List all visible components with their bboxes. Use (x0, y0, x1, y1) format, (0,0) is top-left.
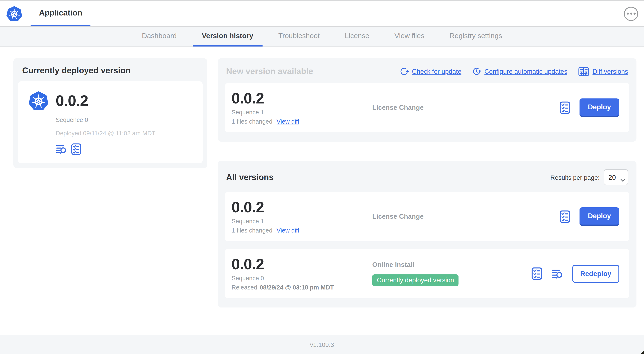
refresh-icon (400, 67, 409, 76)
right-column: New version available Check for update (218, 58, 636, 307)
footer: v1.109.3 (0, 335, 644, 354)
view-diff-link[interactable]: View diff (276, 227, 300, 234)
all-versions-title: All versions (226, 172, 274, 182)
masthead: Application (0, 1, 644, 26)
ellipsis-icon (626, 13, 636, 15)
version-number: 0.0.2 (232, 199, 372, 215)
brand: Application (6, 1, 91, 26)
deploy-button[interactable]: Deploy (580, 99, 619, 117)
preflight-checklist-icon[interactable] (531, 267, 542, 280)
new-version-title: New version available (226, 67, 313, 76)
version-row: 0.0.2 Sequence 1 1 files changed View di… (225, 192, 629, 241)
current-version-tile: 0.0.2 Sequence 0 Deployed 09/11/24 @ 11:… (18, 81, 203, 163)
all-versions-card: All versions Results per page: 20 (218, 161, 636, 307)
currently-deployed-title: Currently deployed version (22, 66, 198, 75)
preflight-checklist-icon[interactable] (71, 143, 81, 155)
source-label: License Change (372, 213, 560, 220)
results-per-page-label: Results per page: (550, 174, 600, 181)
new-version-card: New version available Check for update (218, 58, 636, 142)
configure-automatic-updates-link[interactable]: Configure automatic updates (472, 67, 567, 76)
new-version-row: 0.0.2 Sequence 1 1 files changed View di… (225, 83, 629, 132)
tab-view-files[interactable]: View files (385, 27, 434, 47)
logs-icon[interactable] (56, 144, 67, 154)
preflight-checklist-icon[interactable] (560, 210, 570, 223)
sequence-label: Sequence 1 (232, 218, 372, 225)
diff-versions-link[interactable]: Diff versions (578, 67, 628, 76)
main-content: Currently deployed version (0, 47, 644, 307)
logs-icon[interactable] (551, 268, 563, 279)
main-nav: Dashboard Version history Troubleshoot L… (0, 26, 644, 47)
app-title-tab[interactable]: Application (30, 1, 91, 26)
current-sequence-label: Sequence 0 (56, 117, 192, 123)
released-label: Released (232, 284, 257, 291)
kubernetes-logo-icon (28, 91, 49, 111)
tab-version-history[interactable]: Version history (192, 27, 262, 47)
current-version-number: 0.0.2 (56, 92, 88, 110)
version-row: 0.0.2 Sequence 0 Released 08/29/24 @ 03:… (225, 249, 629, 298)
redeploy-button[interactable]: Redeploy (572, 264, 619, 282)
status-badge: Currently deployed version (372, 274, 459, 286)
tab-license[interactable]: License (336, 27, 378, 47)
diff-icon (578, 67, 589, 76)
view-diff-link[interactable]: View diff (276, 118, 300, 125)
tab-troubleshoot[interactable]: Troubleshoot (269, 27, 329, 47)
source-label: Online Install (372, 261, 531, 268)
version-number: 0.0.2 (232, 256, 372, 272)
files-changed-label: 1 files changed (232, 118, 272, 125)
admin-console-page: Application Dashboard Version history Tr… (0, 0, 644, 354)
overflow-menu-button[interactable] (624, 7, 638, 21)
version-number: 0.0.2 (232, 91, 372, 106)
clock-refresh-icon (472, 67, 481, 76)
sequence-label: Sequence 0 (232, 275, 372, 281)
check-for-update-link[interactable]: Check for update (400, 67, 462, 76)
sequence-label: Sequence 1 (232, 109, 372, 116)
released-date: 08/29/24 @ 03:18 pm MDT (260, 284, 334, 291)
tab-registry-settings[interactable]: Registry settings (440, 27, 511, 47)
results-per-page-select[interactable]: 20 (604, 169, 628, 185)
files-changed-label: 1 files changed (232, 227, 272, 234)
preflight-checklist-icon[interactable] (560, 101, 570, 114)
console-version: v1.109.3 (310, 341, 334, 348)
current-deployed-timestamp: Deployed 09/11/24 @ 11:02 am MDT (56, 130, 192, 137)
source-label: License Change (372, 104, 560, 111)
tab-dashboard[interactable]: Dashboard (133, 27, 186, 47)
currently-deployed-card: Currently deployed version (14, 58, 207, 168)
app-title: Application (39, 8, 82, 17)
deploy-button[interactable]: Deploy (580, 207, 619, 226)
kubernetes-logo-icon (6, 5, 22, 22)
